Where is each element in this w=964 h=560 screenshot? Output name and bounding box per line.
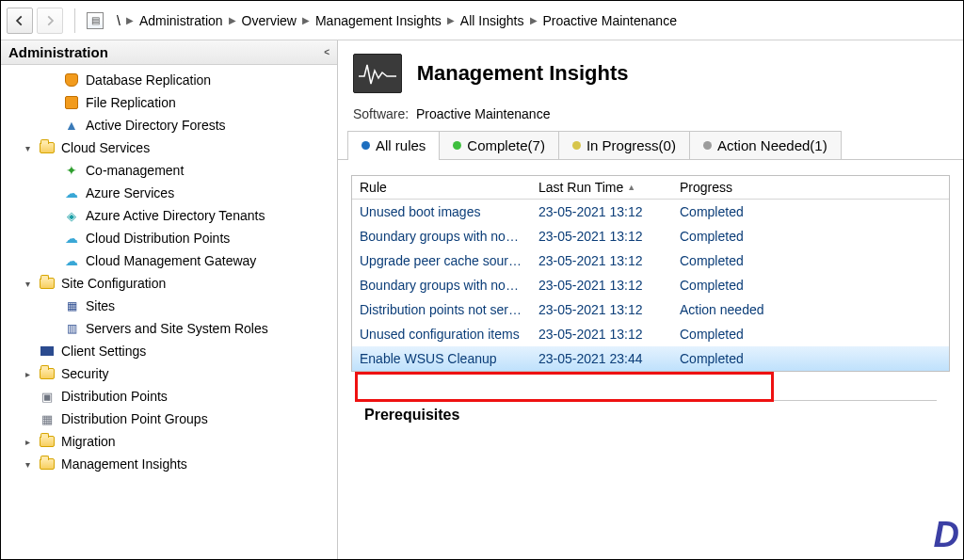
tree-blue-icon: ▲ [63,118,80,133]
chevron-right-icon: ▶ [229,15,236,25]
tab-action-needed[interactable]: Action Needed(1) [689,131,842,159]
sidebar-title: Administration [8,44,108,60]
cell-rule: Unused boot images [352,202,531,221]
tree-caret-icon[interactable]: ▸ [22,369,33,379]
tree-item-label: Azure Services [86,185,174,200]
tree-item-label: Distribution Points [61,389,168,404]
column-rule[interactable]: Rule [352,176,531,199]
tree-item[interactable]: ▾Site Configuration [22,272,337,295]
table-row[interactable]: Unused boot images23-05-2021 13:12Comple… [352,200,949,224]
collapse-icon[interactable]: < [324,47,329,57]
tree-item-label: Cloud Distribution Points [86,231,230,246]
cloud-cyan-icon: ☁ [63,231,80,246]
crumb[interactable]: Management Insights [315,13,442,28]
dpg-icon: ▦ [39,411,56,426]
tree-item[interactable]: ▦Distribution Point Groups [22,408,337,430]
file-orange-icon [63,95,80,110]
tree-item[interactable]: ▸Security [22,362,337,385]
watermark: D [934,515,957,555]
tree-caret-icon[interactable]: ▾ [22,459,33,470]
cell-time: 23-05-2021 13:12 [531,251,672,270]
tree-item[interactable]: ▦Sites [46,295,337,317]
content-pane: Management Insights Software: Proactive … [338,40,963,559]
folder-icon [39,140,56,155]
document-icon: ▤ [87,12,104,29]
back-button[interactable] [7,8,33,34]
column-progress[interactable]: Progress [672,176,949,199]
tab-in-progress[interactable]: In Progress(0) [558,131,690,159]
column-last-run-time[interactable]: Last Run Time ▲ [531,176,672,199]
chevron-right-icon: ▶ [126,15,134,25]
cloud-cyan-icon: ☁ [63,185,80,200]
chevron-right-icon: ▶ [302,15,310,25]
tree-item[interactable]: File Replication [46,91,337,114]
tree-item-label: Azure Active Directory Tenants [86,208,265,223]
cell-progress: Completed [672,276,949,295]
grid-header[interactable]: Rule Last Run Time ▲ Progress [352,176,949,200]
server-navy-icon: ▥ [63,321,80,336]
table-row[interactable]: Boundary groups with no…23-05-2021 13:12… [352,224,949,248]
crumb[interactable]: All Insights [460,13,524,28]
folder-icon [39,456,56,472]
tree-item[interactable]: ☁Azure Services [46,182,337,204]
tree-item[interactable]: ▾Management Insights [22,453,337,475]
cell-time: 23-05-2021 13:12 [531,202,672,221]
nav-tree: Database ReplicationFile Replication▲Act… [1,65,337,479]
tree-caret-icon[interactable]: ▸ [22,437,33,447]
cog-teal-icon: ✦ [63,163,80,178]
table-row[interactable]: Unused configuration items23-05-2021 13:… [352,322,949,346]
tree-item[interactable]: ▣Distribution Points [22,385,337,408]
crumb[interactable]: Administration [139,13,223,28]
toolbar: ▤ \ ▶ Administration ▶ Overview ▶ Manage… [1,1,963,40]
client-icon [39,344,56,359]
rules-grid: Rule Last Run Time ▲ Progress Unused boo… [351,175,950,372]
software-value: Proactive Maintenance [416,106,550,121]
tree-item-label: Client Settings [61,344,146,359]
dp-icon: ▣ [39,389,56,404]
tree-item-label: Co-management [86,163,184,178]
table-row[interactable]: Distribution points not ser…23-05-2021 1… [352,297,949,322]
folder-icon [39,434,56,449]
tree-item[interactable]: ▾Cloud Services [22,136,337,159]
tree-item[interactable]: Client Settings [22,340,337,362]
cell-time: 23-05-2021 13:12 [531,276,672,295]
crumb[interactable]: Overview [242,13,297,28]
cell-time: 23-05-2021 13:12 [531,300,672,319]
cloud-cyan-icon: ☁ [63,253,80,268]
table-row[interactable]: Upgrade peer cache sourc…23-05-2021 13:1… [352,248,949,273]
tree-item[interactable]: ▸Migration [22,430,337,453]
db-icon [63,72,80,88]
tab-all-rules[interactable]: All rules [347,131,440,159]
tree-item-label: Sites [86,298,115,313]
tree-item[interactable]: ☁Cloud Management Gateway [46,249,337,272]
site-navy-icon: ▦ [63,298,80,313]
breadcrumb[interactable]: \ ▶ Administration ▶ Overview ▶ Manageme… [117,13,677,28]
folder-icon [39,276,56,291]
tree-item[interactable]: ◈Azure Active Directory Tenants [46,204,337,227]
table-row[interactable]: Boundary groups with no…23-05-2021 13:12… [352,273,949,297]
cell-rule: Unused configuration items [352,325,531,344]
crumb[interactable]: Proactive Maintenance [543,13,677,28]
table-row[interactable]: Enable WSUS Cleanup23-05-2021 23:44Compl… [352,346,949,371]
tree-item[interactable]: ▥Servers and Site System Roles [46,317,337,340]
sidebar: Administration < Database ReplicationFil… [1,40,338,559]
crumb[interactable]: \ [117,13,120,28]
forward-button[interactable] [37,8,63,34]
tree-item[interactable]: ☁Cloud Distribution Points [46,227,337,249]
page-title: Management Insights [417,61,629,86]
tree-item[interactable]: ▲Active Directory Forests [46,114,337,136]
tree-item-label: Cloud Management Gateway [86,253,256,268]
cell-progress: Action needed [672,300,949,319]
status-dot-icon [453,141,461,150]
tree-item[interactable]: ✦Co-management [46,159,337,182]
tree-caret-icon[interactable]: ▾ [22,143,33,153]
cell-progress: Completed [672,325,949,344]
tab-complete[interactable]: Complete(7) [439,131,559,159]
cell-rule: Boundary groups with no… [352,276,531,295]
tree-item[interactable]: Database Replication [46,69,337,91]
sidebar-header[interactable]: Administration < [1,40,337,65]
cell-progress: Completed [672,227,949,246]
chevron-right-icon: ▶ [530,15,538,25]
tree-caret-icon[interactable]: ▾ [22,279,33,289]
tree-item-label: Distribution Point Groups [61,411,208,426]
